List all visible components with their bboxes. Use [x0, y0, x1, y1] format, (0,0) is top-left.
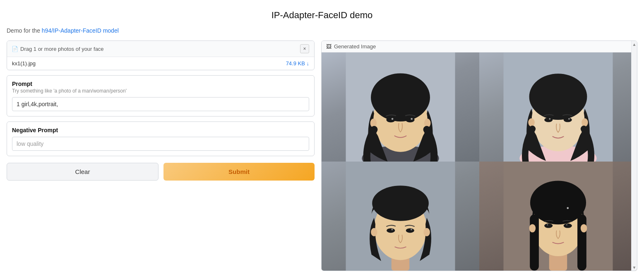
svg-point-31 — [423, 228, 430, 236]
svg-point-43 — [581, 224, 587, 232]
svg-point-38 — [544, 224, 553, 228]
file-name: kx1(1).jpg — [12, 60, 36, 67]
svg-point-29 — [411, 229, 412, 231]
prompt-input[interactable] — [12, 97, 309, 111]
file-upload-label: Drag 1 or more photos of your face — [20, 46, 104, 52]
svg-point-40 — [547, 224, 548, 225]
svg-point-26 — [387, 228, 395, 233]
svg-point-25 — [372, 186, 429, 221]
svg-point-28 — [391, 229, 393, 231]
svg-rect-36 — [530, 214, 539, 271]
file-upload-label-row: 📄 Drag 1 or more photos of your face — [12, 46, 104, 52]
svg-point-19 — [568, 118, 570, 120]
svg-point-41 — [566, 224, 567, 225]
file-upload-header: 📄 Drag 1 or more photos of your face × — [7, 41, 314, 57]
negative-prompt-section: Negative Prompt — [7, 121, 315, 156]
demo-link[interactable]: h94/IP-Adapter-FaceID model — [42, 27, 119, 34]
generated-image-1 — [322, 52, 479, 162]
file-size: 74.9 KB ↓ — [286, 60, 309, 67]
prompt-section: Prompt Try something like 'a photo of a … — [7, 75, 315, 117]
main-layout: 📄 Drag 1 or more photos of your face × k… — [0, 40, 644, 271]
generated-image-header: 🖼 Generated Image — [322, 41, 637, 52]
svg-point-17 — [564, 118, 572, 122]
clear-button[interactable]: Clear — [7, 163, 159, 181]
svg-point-7 — [392, 118, 394, 120]
svg-point-27 — [406, 228, 414, 233]
svg-point-44 — [567, 207, 569, 209]
svg-point-21 — [582, 118, 588, 126]
svg-point-5 — [386, 117, 395, 122]
svg-rect-37 — [577, 214, 586, 271]
prompt-hint: Try something like 'a photo of a man/wom… — [12, 88, 309, 94]
negative-prompt-label: Negative Prompt — [12, 127, 309, 133]
svg-point-6 — [406, 117, 415, 122]
svg-point-42 — [529, 224, 536, 232]
file-upload-area: 📄 Drag 1 or more photos of your face × k… — [7, 40, 315, 70]
close-upload-button[interactable]: × — [300, 44, 309, 53]
image-grid — [322, 52, 637, 271]
scroll-up-arrow[interactable]: ▲ — [632, 41, 637, 48]
svg-point-4 — [371, 73, 430, 121]
svg-point-8 — [411, 118, 413, 120]
prompt-label: Prompt — [12, 81, 309, 87]
generated-image-2 — [479, 52, 637, 162]
image-icon: 🖼 — [326, 44, 332, 50]
negative-prompt-input[interactable] — [12, 137, 309, 151]
file-entry: kx1(1).jpg 74.9 KB ↓ — [7, 57, 314, 70]
demo-link-row: Demo for the h94/IP-Adapter-FaceID model — [0, 27, 644, 40]
demo-prefix: Demo for the — [7, 27, 42, 34]
scrollbar[interactable]: ▲ ▼ — [631, 41, 637, 271]
file-icon: 📄 — [12, 46, 18, 52]
button-row: Clear Submit — [7, 163, 315, 181]
generated-image-label: Generated Image — [334, 43, 376, 50]
generated-image-4 — [479, 162, 637, 271]
svg-point-16 — [544, 118, 553, 122]
svg-point-18 — [549, 118, 550, 120]
svg-point-30 — [371, 228, 377, 236]
page-title: IP-Adapter-FaceID demo — [0, 0, 644, 27]
svg-point-15 — [529, 74, 587, 120]
scroll-down-arrow[interactable]: ▼ — [632, 264, 637, 271]
left-panel: 📄 Drag 1 or more photos of your face × k… — [7, 40, 321, 271]
svg-point-39 — [564, 224, 572, 228]
svg-point-20 — [528, 118, 535, 126]
right-panel: 🖼 Generated Image — [321, 40, 637, 271]
submit-button[interactable]: Submit — [163, 163, 315, 181]
generated-image-3 — [322, 162, 479, 271]
